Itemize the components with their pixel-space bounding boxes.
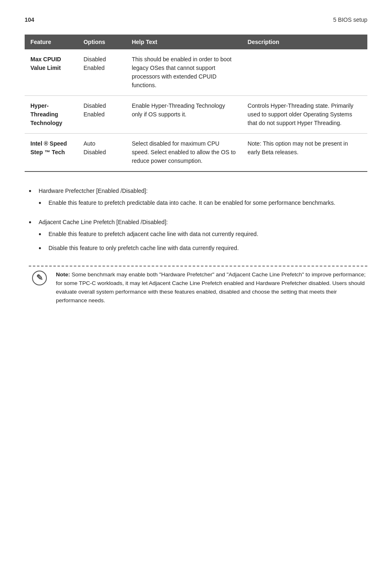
cell-helptext: Enable Hyper-Threading Technology only i…: [126, 96, 242, 134]
list-item-text: Hardware Prefectcher [Enabled /Disabled]…: [39, 188, 148, 194]
note-icon-area: ✎: [29, 271, 50, 285]
cell-description: Note: This option may not be present in …: [242, 134, 367, 172]
cell-description: [242, 49, 367, 96]
list-item-text: Enable this feature to prefetch adjacent…: [48, 230, 367, 239]
list-item-content: Hardware Prefectcher [Enabled /Disabled]…: [39, 187, 367, 212]
cell-helptext: This should be enabled in order to boot …: [126, 49, 242, 96]
table-row: Max CPUID Value LimitDisabledEnabledThis…: [25, 49, 367, 96]
cell-options: DisabledEnabled: [78, 96, 126, 134]
cell-options: AutoDisabled: [78, 134, 126, 172]
list-item: •Enable this feature to prefetch predict…: [39, 199, 367, 208]
col-helptext: Help Text: [126, 35, 242, 49]
note-label: Note:: [56, 271, 70, 278]
bios-table: Feature Options Help Text Description Ma…: [25, 35, 367, 172]
list-item: •Adjacent Cache Line Prefetch [Enabled /…: [29, 218, 367, 257]
cell-options: DisabledEnabled: [78, 49, 126, 96]
col-feature: Feature: [25, 35, 78, 49]
bullet-dot: •: [29, 218, 36, 227]
cell-feature: Max CPUID Value Limit: [25, 49, 78, 96]
col-options: Options: [78, 35, 126, 49]
note-icon: ✎: [32, 271, 47, 285]
list-item: •Enable this feature to prefetch adjacen…: [39, 230, 367, 239]
content-section: •Hardware Prefectcher [Enabled /Disabled…: [25, 187, 367, 305]
cell-feature: Hyper-Threading Technology: [25, 96, 78, 134]
cell-helptext: Select disabled for maximum CPU speed. S…: [126, 134, 242, 172]
list-item: •Disable this feature to only prefetch c…: [39, 244, 367, 253]
table-row: Intel ® Speed Step ™ TechAutoDisabledSel…: [25, 134, 367, 172]
bullet-dot: •: [39, 199, 46, 208]
cell-description: Controls Hyper-Threading state. Primaril…: [242, 96, 367, 134]
table-header-row: Feature Options Help Text Description: [25, 35, 367, 49]
cell-feature: Intel ® Speed Step ™ Tech: [25, 134, 78, 172]
page-number: 104: [25, 16, 34, 23]
sub-bullet-list: •Enable this feature to prefetch adjacen…: [39, 230, 367, 253]
page-header: 104 5 BIOS setup: [25, 16, 367, 23]
list-item-text: Enable this feature to prefetch predicta…: [48, 199, 367, 207]
svg-text:✎: ✎: [36, 273, 43, 282]
list-item-text: Adjacent Cache Line Prefetch [Enabled /D…: [39, 219, 168, 225]
table-row: Hyper-Threading TechnologyDisabledEnable…: [25, 96, 367, 134]
list-item-content: Adjacent Cache Line Prefetch [Enabled /D…: [39, 218, 367, 257]
bullet-dot: •: [29, 187, 36, 196]
list-item-text: Disable this feature to only prefetch ca…: [48, 244, 367, 253]
note-text: Some benchmark may enable both "Hardware…: [56, 271, 366, 304]
list-item: •Hardware Prefectcher [Enabled /Disabled…: [29, 187, 367, 212]
bullet-dot: •: [39, 230, 46, 239]
col-description: Description: [242, 35, 367, 49]
bullet-dot: •: [39, 244, 46, 253]
note-box: ✎ Note: Some benchmark may enable both "…: [29, 266, 367, 305]
bullet-list: •Hardware Prefectcher [Enabled /Disabled…: [29, 187, 367, 257]
note-content: Note: Some benchmark may enable both "Ha…: [54, 271, 367, 305]
sub-bullet-list: •Enable this feature to prefetch predict…: [39, 199, 367, 208]
page-title: 5 BIOS setup: [333, 16, 367, 23]
